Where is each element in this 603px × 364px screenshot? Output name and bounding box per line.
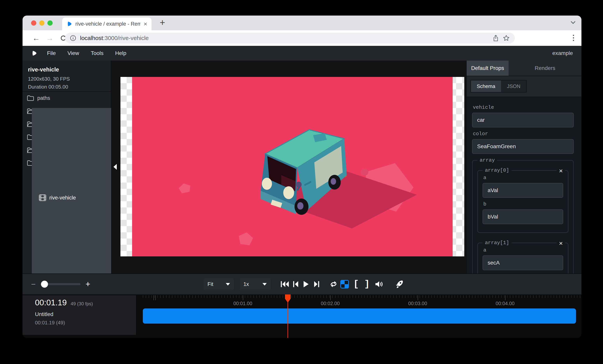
speed-dropdown-value: 1x bbox=[244, 281, 249, 287]
tab-renders[interactable]: Renders bbox=[509, 61, 581, 76]
ruler-time-label: 00:03.00 bbox=[408, 301, 427, 306]
next-frame-button[interactable] bbox=[313, 281, 320, 288]
mode-json[interactable]: JSON bbox=[501, 80, 526, 92]
browser-tab-strip: rive-vehicle / example - Remoti × + bbox=[23, 16, 581, 30]
sidebar-item-label: rive-vehicle bbox=[49, 195, 76, 201]
transparency-checkerboard-toggle[interactable] bbox=[340, 280, 349, 288]
composition-list: image-in-lottie loader paths gif gif gif… bbox=[23, 92, 111, 170]
volume-icon[interactable] bbox=[375, 281, 383, 288]
timeline-info-card: 00:01.19 49 (30 fps) Untitled 00:01.19 (… bbox=[23, 295, 136, 335]
menu-item-file[interactable]: File bbox=[47, 50, 56, 56]
prop-label-vehicle: vehicle bbox=[473, 104, 574, 110]
back-icon[interactable]: ← bbox=[30, 30, 42, 46]
track-name: Untitled bbox=[35, 311, 136, 317]
default-props-form: vehiclecarcolorSeaFoamGreenarrayarray[0]… bbox=[467, 97, 581, 273]
track-duration: 00:01.19 (49) bbox=[35, 320, 136, 326]
fit-dropdown[interactable]: Fit bbox=[204, 278, 234, 290]
remotion-favicon-icon bbox=[66, 21, 72, 27]
prop-input-b[interactable]: bVal bbox=[483, 209, 563, 224]
array-item-array[0]: array[0] ×aaValbbVal bbox=[477, 167, 568, 233]
array-group-label: array bbox=[477, 157, 497, 163]
chevron-down-icon bbox=[262, 283, 267, 285]
zoom-in-button[interactable]: + bbox=[85, 280, 90, 289]
array-item-array[1]: array[1] ×asecAb bbox=[477, 240, 568, 273]
tab-default-props[interactable]: Default Props bbox=[467, 61, 509, 76]
project-label: example bbox=[552, 50, 573, 56]
project-info: rive-vehicle 1200x630, 30 FPS Duration 0… bbox=[23, 61, 111, 90]
playback-speed-dropdown[interactable]: 1x bbox=[240, 278, 271, 290]
prop-input-color[interactable]: SeaFoamGreen bbox=[472, 139, 574, 154]
new-tab-button[interactable]: + bbox=[160, 17, 165, 28]
compositions-sidebar: rive-vehicle 1200x630, 30 FPS Duration 0… bbox=[23, 61, 111, 273]
menu-item-tools[interactable]: Tools bbox=[91, 50, 103, 56]
prop-input-a[interactable]: aVal bbox=[483, 183, 563, 198]
van-illustration bbox=[249, 124, 358, 217]
folder-closed-icon bbox=[27, 95, 34, 101]
previous-frame-button[interactable] bbox=[292, 281, 299, 288]
current-frame-info: 49 (30 fps) bbox=[71, 301, 93, 307]
composition-canvas[interactable] bbox=[132, 77, 453, 256]
menu-items-container: FileViewToolsHelp bbox=[47, 50, 126, 56]
page-info-icon[interactable] bbox=[70, 35, 76, 41]
browser-toolbar: ← → localhost:3000/rive-vehicle bbox=[23, 30, 581, 46]
loop-toggle-icon[interactable] bbox=[329, 280, 338, 288]
close-traffic-light[interactable] bbox=[31, 20, 36, 26]
set-out-point-button[interactable]: ] bbox=[364, 279, 370, 289]
composition-film-icon bbox=[39, 194, 46, 201]
browser-tab[interactable]: rive-vehicle / example - Remoti × bbox=[62, 17, 151, 30]
main-content: rive-vehicle 1200x630, 30 FPS Duration 0… bbox=[23, 61, 581, 273]
preview-area bbox=[111, 61, 466, 273]
canvas-zoom-control: − + bbox=[31, 274, 90, 295]
browser-menu-icon[interactable] bbox=[573, 35, 574, 41]
collapse-left-panel-icon[interactable] bbox=[114, 164, 117, 170]
ruler-major-ticks bbox=[143, 295, 581, 300]
sidebar-folder-paths[interactable]: paths bbox=[23, 92, 111, 105]
play-button[interactable] bbox=[303, 281, 309, 288]
mode-schema[interactable]: Schema bbox=[471, 80, 501, 92]
menu-item-help[interactable]: Help bbox=[115, 50, 127, 56]
url-text: localhost:3000/rive-vehicle bbox=[80, 35, 149, 41]
zoom-slider[interactable] bbox=[41, 283, 81, 285]
ruler-time-label: 00:02.00 bbox=[321, 301, 340, 306]
ruler-time-label: 00:04.00 bbox=[496, 301, 514, 306]
timeline: 00:01.19 49 (30 fps) Untitled 00:01.19 (… bbox=[23, 295, 581, 338]
prop-label-b: b bbox=[483, 201, 563, 207]
project-duration: Duration 00:05.00 bbox=[28, 84, 111, 90]
set-in-point-button[interactable]: [ bbox=[353, 279, 359, 289]
zoom-out-button[interactable]: − bbox=[31, 280, 35, 289]
background-pentagon-bottom bbox=[238, 231, 254, 246]
tab-search-chevron-icon[interactable] bbox=[570, 21, 576, 24]
tab-title: rive-vehicle / example - Remoti bbox=[75, 21, 140, 27]
sidebar-item-label: paths bbox=[37, 95, 50, 101]
minimize-traffic-light[interactable] bbox=[39, 20, 45, 26]
background-pentagon-small bbox=[178, 182, 192, 194]
props-panel-tabs: Default PropsRenders bbox=[467, 61, 581, 76]
maximize-traffic-light[interactable] bbox=[47, 20, 53, 26]
project-resolution: 1200x630, 30 FPS bbox=[28, 76, 111, 82]
array-group: arrayarray[0] ×aaValbbValarray[1] ×asecA… bbox=[472, 157, 574, 273]
share-icon[interactable] bbox=[493, 34, 499, 42]
project-name: rive-vehicle bbox=[28, 67, 111, 73]
prop-label-a: a bbox=[483, 175, 563, 181]
array-item-label: array[1] bbox=[483, 240, 511, 246]
prop-label-color: color bbox=[473, 131, 574, 137]
tab-close-icon[interactable]: × bbox=[144, 21, 147, 27]
bookmark-star-icon[interactable] bbox=[503, 34, 510, 42]
remove-array-item-button[interactable]: × bbox=[557, 240, 565, 247]
zoom-slider-thumb[interactable] bbox=[41, 281, 48, 288]
forward-icon[interactable]: → bbox=[44, 30, 56, 46]
chevron-down-icon bbox=[226, 283, 230, 285]
schema-json-toggle: SchemaJSON bbox=[471, 80, 527, 92]
remove-array-item-button[interactable]: × bbox=[557, 167, 565, 174]
ruler-time-label: 00:01.00 bbox=[233, 301, 252, 306]
menu-item-view[interactable]: View bbox=[67, 50, 79, 56]
prop-input-a[interactable]: secA bbox=[483, 255, 563, 270]
schema-mode-strip: SchemaJSON bbox=[467, 76, 581, 97]
skip-to-start-button[interactable] bbox=[280, 281, 289, 288]
timeline-track-bar[interactable] bbox=[143, 308, 576, 324]
prop-label-a: a bbox=[483, 247, 563, 253]
array-item-label: array[0] bbox=[483, 167, 511, 173]
url-address-bar[interactable]: localhost:3000/rive-vehicle bbox=[65, 33, 515, 44]
render-rocket-icon[interactable] bbox=[395, 280, 404, 289]
prop-input-vehicle[interactable]: car bbox=[472, 113, 574, 127]
